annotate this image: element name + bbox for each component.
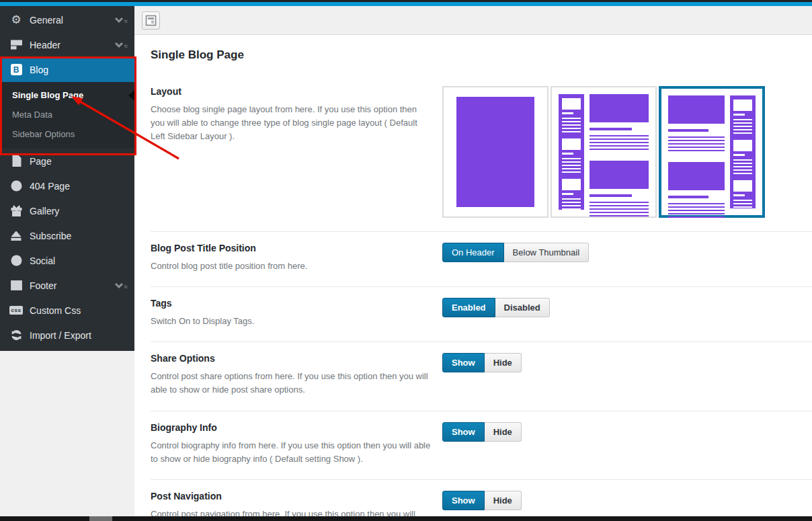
page-title: Single Blog Page	[151, 48, 812, 62]
options-toolbar	[134, 6, 812, 35]
sidebar-item-general[interactable]: ⚙ General ≈	[0, 7, 134, 32]
hide-button[interactable]: Hide	[485, 422, 522, 442]
section-title: Blog Post Title Position	[151, 243, 433, 253]
blog-b-icon: B	[9, 63, 23, 77]
sidebar-item-label: Blog	[30, 65, 48, 75]
chevron-down-icon: ≈	[114, 282, 128, 289]
main-panel: Single Blog Page Layout Choose blog sing…	[134, 6, 812, 521]
show-button[interactable]: Show	[442, 491, 485, 510]
section-share-options: Share Options Control post share options…	[151, 342, 812, 410]
disabled-button[interactable]: Disabled	[495, 298, 550, 317]
sidebar-item-blog[interactable]: B Blog	[0, 57, 134, 82]
biography-info-toggle: Show Hide	[442, 422, 522, 442]
post-navigation-toggle: Show Hide	[442, 491, 522, 510]
section-description: Control post share options from here. If…	[151, 370, 433, 397]
sidebar-item-404-page[interactable]: 404 Page	[0, 173, 134, 198]
sidebar-item-label: General	[30, 15, 63, 26]
section-tags: Tags Switch On to Display Tags. Enabled …	[151, 287, 812, 342]
right-sidebar-preview	[730, 95, 756, 208]
share-options-toggle: Show Hide	[442, 353, 522, 372]
sidebar-item-custom-css[interactable]: css Custom Css	[0, 298, 134, 323]
layout-option-right-sidebar[interactable]	[659, 86, 765, 218]
sidebar-item-label: Footer	[30, 280, 56, 291]
horizontal-scrollbar[interactable]	[0, 516, 812, 521]
globe-icon	[9, 254, 23, 268]
admin-top-blue-bar	[0, 2, 812, 6]
sidebar-item-label: Page	[30, 156, 52, 167]
sidebar-item-label: Subscribe	[30, 231, 71, 241]
section-post-navigation: Post Navigation Control post navigation …	[151, 480, 812, 516]
sidebar-item-gallery[interactable]: Gallery	[0, 198, 134, 223]
chevron-down-icon: ≈	[114, 41, 128, 48]
blog-submenu: Single Blog Page Meta Data Sidebar Optio…	[0, 82, 134, 149]
section-description: Control post navigation from here. If yo…	[151, 508, 433, 516]
page-icon	[9, 155, 23, 168]
submenu-item-meta-data[interactable]: Meta Data	[0, 105, 134, 124]
layout-option-full-width[interactable]	[442, 86, 549, 218]
sidebar-item-subscribe[interactable]: Subscribe	[0, 223, 134, 248]
section-blog-post-title-position: Blog Post Title Position Control blog po…	[151, 232, 812, 286]
section-layout: Layout Choose blog single page layout fr…	[151, 70, 812, 231]
sidebar-item-social[interactable]: Social	[0, 248, 134, 273]
sidebar-item-label: Header	[30, 40, 60, 50]
css-badge-icon: css	[9, 304, 23, 317]
settings-content: Single Blog Page Layout Choose blog sing…	[134, 35, 812, 516]
sidebar-item-import-export[interactable]: Import / Export	[0, 323, 134, 348]
section-title: Biography Info	[151, 422, 433, 433]
footer-icon	[9, 279, 23, 292]
section-title: Layout	[151, 86, 433, 97]
section-description: Control blog post title position from he…	[151, 259, 433, 273]
section-title: Tags	[151, 298, 433, 309]
full-width-preview	[456, 97, 534, 207]
hide-button[interactable]: Hide	[485, 353, 522, 372]
sidebar-item-page[interactable]: Page	[0, 149, 134, 173]
sidebar-item-label: Custom Css	[30, 305, 81, 316]
tags-toggle: Enabled Disabled	[442, 298, 550, 317]
ban-icon	[9, 179, 23, 193]
section-title: Share Options	[151, 353, 433, 364]
on-header-button[interactable]: On Header	[442, 243, 504, 262]
sidebar-item-footer[interactable]: Footer ≈	[0, 273, 134, 298]
options-sidebar: ⚙ General ≈ Header ≈ B Blog Single Blog …	[0, 6, 134, 351]
layout-panels-icon[interactable]	[142, 11, 160, 30]
section-title: Post Navigation	[151, 491, 433, 502]
horizontal-scrollbar-thumb[interactable]	[89, 516, 112, 521]
submenu-item-sidebar-options[interactable]: Sidebar Options	[0, 124, 134, 144]
gift-icon	[9, 204, 23, 218]
eject-icon	[9, 229, 23, 243]
sidebar-item-header[interactable]: Header ≈	[0, 32, 134, 57]
hide-button[interactable]: Hide	[485, 491, 522, 510]
below-thumbnail-button[interactable]: Below Thumbnail	[504, 243, 589, 262]
section-description: Choose blog single page layout from here…	[151, 103, 433, 143]
layout-option-left-sidebar[interactable]	[551, 86, 657, 218]
current-item-pointer-icon	[128, 90, 134, 101]
submenu-item-single-blog-page[interactable]: Single Blog Page	[0, 85, 134, 105]
section-description: Switch On to Display Tags.	[151, 315, 433, 328]
title-position-toggle: On Header Below Thumbnail	[442, 243, 589, 262]
sidebar-item-label: Social	[30, 255, 55, 266]
layout-option-group	[442, 86, 765, 218]
sidebar-item-label: 404 Page	[30, 181, 70, 192]
sidebar-item-label: Import / Export	[30, 330, 91, 341]
show-button[interactable]: Show	[442, 422, 485, 442]
header-icon	[9, 38, 23, 52]
left-sidebar-preview	[559, 94, 584, 210]
sidebar-item-label: Gallery	[30, 206, 59, 216]
section-description: Control biography info from here. If you…	[151, 439, 433, 466]
enabled-button[interactable]: Enabled	[442, 298, 495, 317]
chevron-down-icon: ≈	[114, 16, 128, 24]
sync-icon	[9, 329, 23, 342]
show-button[interactable]: Show	[442, 353, 485, 372]
gear-icon: ⚙	[9, 13, 23, 27]
section-biography-info: Biography Info Control biography info fr…	[151, 411, 812, 479]
